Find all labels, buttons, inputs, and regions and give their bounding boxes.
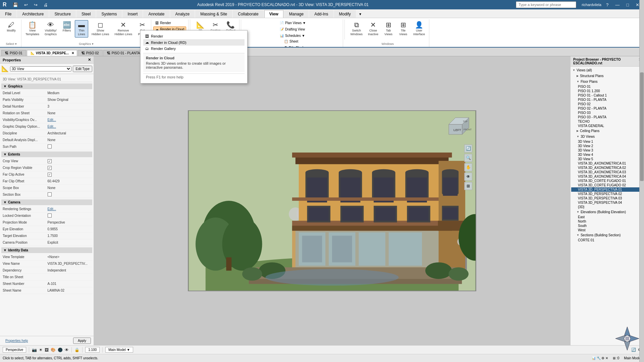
- workset-btn[interactable]: Main Model ▼: [105, 347, 133, 353]
- crop-view-checkbox[interactable]: [48, 159, 52, 163]
- vis-graphics-edit-btn[interactable]: Edit...: [46, 118, 91, 122]
- zoom-btn[interactable]: 🔍: [464, 154, 472, 162]
- bt-sun-icon[interactable]: ☀: [39, 348, 43, 352]
- view-cube[interactable]: LEFT TOP FRONT: [445, 114, 472, 141]
- pb-piso02[interactable]: PISO 02: [571, 102, 643, 106]
- pb-axo03[interactable]: VISTA 3D_AXONOMETRICA 03: [571, 170, 643, 174]
- pb-3d-views[interactable]: ▼ 3D Views: [571, 134, 643, 139]
- perspective-btn[interactable]: Perspective: [3, 347, 26, 353]
- ribbon-expand-btn[interactable]: ▾: [358, 10, 363, 18]
- pb-east[interactable]: East: [571, 215, 643, 219]
- pb-vista-general[interactable]: VISTA GENERAL: [571, 124, 643, 128]
- schedules-btn[interactable]: 📊 Schedules ▼: [278, 33, 308, 39]
- view-templates-btn[interactable]: 📋 ViewTemplates: [23, 20, 41, 38]
- section-box-checkbox[interactable]: [48, 192, 52, 196]
- view-tab-piso02[interactable]: 🏗 PISO 02: [78, 50, 103, 56]
- search-input[interactable]: [516, 1, 576, 8]
- tab-insert[interactable]: Insert: [122, 10, 143, 18]
- zoom-fit-btn[interactable]: ⊞: [464, 182, 472, 190]
- pb-3dview1[interactable]: 3D View 1: [571, 139, 643, 144]
- camera-section[interactable]: ▼ Camera: [1, 199, 92, 205]
- look-btn[interactable]: 👁: [464, 173, 472, 181]
- remove-hidden-lines-btn[interactable]: ✕ RemoveHidden Lines: [113, 20, 135, 38]
- view-tab-vista3d[interactable]: 📐 VISTA 3D_PERSPE... ✕: [27, 50, 77, 56]
- tab-annotate[interactable]: Annotate: [143, 10, 169, 18]
- bt-visual-icon[interactable]: 🎨: [51, 348, 56, 352]
- pb-scrollbar[interactable]: [639, 56, 644, 345]
- pb-piso01-1200[interactable]: PISO 01 1.200: [571, 89, 643, 93]
- tab-analyze[interactable]: Analyze: [170, 10, 195, 18]
- close-inactive-btn[interactable]: ✕ CloseInactive: [366, 20, 380, 38]
- pb-structural-plans[interactable]: ▶ Structural Plans: [571, 73, 643, 79]
- 3d-viewport[interactable]: LEFT TOP FRONT 🔄 🔍 ✋ 👁 ⊞: [188, 110, 476, 291]
- pb-piso03[interactable]: PISO 03: [571, 111, 643, 115]
- tab-steel[interactable]: Steel: [76, 10, 96, 18]
- dropdown-render-cloud[interactable]: ☁ Render in Cloud (RD): [143, 39, 245, 46]
- filters-btn[interactable]: 🔤 Filters: [60, 20, 73, 34]
- tab-file[interactable]: File: [0, 10, 16, 18]
- tab-views-btn[interactable]: ⊞ TabViews: [382, 20, 395, 38]
- view-tab-piso01[interactable]: 🏗 PISO 01: [1, 50, 26, 56]
- drafting-view-btn[interactable]: 📝 Drafting View: [278, 26, 308, 32]
- properties-apply-btn[interactable]: Apply: [73, 338, 91, 344]
- pb-content[interactable]: ▼ Views (all) ▶ Structural Plans ▼ Floor: [571, 67, 644, 345]
- pb-perspectiva01[interactable]: VISTA 3D_PERSPECTIVA 01: [571, 187, 643, 192]
- graphics-section[interactable]: ▼ Graphics: [1, 83, 92, 89]
- minimize-btn[interactable]: —: [613, 2, 622, 8]
- pb-piso01[interactable]: PISO 01: [571, 84, 643, 89]
- pb-piso02-planta[interactable]: PISO 02 - PLANTA: [571, 106, 643, 111]
- canvas-area[interactable]: LEFT TOP FRONT 🔄 🔍 ✋ 👁 ⊞: [94, 56, 570, 345]
- locked-orient-checkbox[interactable]: [48, 214, 52, 218]
- user-interface-btn[interactable]: 👤 UserInterface: [411, 20, 427, 38]
- switch-windows-btn[interactable]: ⧉ SwitchWindows: [348, 20, 365, 38]
- sheet-btn[interactable]: 📋 Sheet: [282, 39, 306, 44]
- tab-architecture[interactable]: Architecture: [17, 10, 49, 18]
- pb-techo[interactable]: TECHO: [571, 119, 643, 124]
- pb-corte01[interactable]: CORTE 01: [571, 238, 643, 242]
- pb-sections[interactable]: ▼ Sections (Building Section): [571, 232, 643, 238]
- pb-ceiling-plans[interactable]: ▶ Ceiling Plans: [571, 128, 643, 134]
- scale-btn[interactable]: 1:100: [85, 347, 100, 353]
- thin-lines-btn[interactable]: ▬ ThinLines: [75, 20, 88, 38]
- pb-floor-plans[interactable]: ▼ Floor Plans: [571, 79, 643, 84]
- pb-axo01[interactable]: VISTA 3D_AXONOMETRICA 01: [571, 161, 643, 166]
- visibility-graphics-btn[interactable]: 👁 Visibility/Graphics: [43, 20, 59, 38]
- help-btn[interactable]: ?: [604, 2, 610, 8]
- tab-structure[interactable]: Structure: [49, 10, 76, 18]
- pb-3dview3[interactable]: 3D View 3: [571, 148, 643, 153]
- pb-perspectiva04[interactable]: VISTA 3D_PERSPECTIVA 04: [571, 200, 643, 205]
- dropdown-render[interactable]: 🖼 Render: [143, 33, 245, 39]
- extents-section[interactable]: ▼ Extents: [1, 152, 92, 157]
- bt-show-hide-icon[interactable]: 👁: [65, 348, 69, 352]
- tab-modify[interactable]: Modify: [334, 10, 356, 18]
- properties-help-link[interactable]: Properties help: [3, 338, 31, 344]
- pb-corte-fug01[interactable]: VISTA 3D_CORTE FUGADO 01: [571, 179, 643, 183]
- crop-region-checkbox[interactable]: [48, 166, 52, 170]
- dropdown-render-gallery[interactable]: 🗂 Render Gallery: [143, 46, 245, 52]
- view-tab-close-btn[interactable]: ✕: [71, 51, 74, 55]
- modify-btn[interactable]: 🖊 Modify: [5, 20, 18, 34]
- tab-addins[interactable]: Add-Ins: [309, 10, 333, 18]
- view-tab-piso01planta[interactable]: 🏗 PISO 01 - PLANTA: [103, 50, 144, 56]
- pb-piso03-planta[interactable]: PISO 03 - PLANTA: [571, 115, 643, 119]
- pb-piso01-callout[interactable]: PISO 01 - Callout 1: [571, 93, 643, 98]
- far-clip-checkbox[interactable]: [48, 173, 52, 177]
- pan-btn[interactable]: ✋: [464, 163, 472, 171]
- render-btn[interactable]: 🖼 Render: [153, 20, 186, 26]
- tab-view[interactable]: View: [264, 10, 283, 18]
- rendering-settings-btn[interactable]: Edit...: [46, 207, 91, 211]
- pb-axo04[interactable]: VISTA 3D_AXONOMETRICA 04: [571, 174, 643, 179]
- pb-north[interactable]: North: [571, 219, 643, 224]
- show-hidden-lines-btn[interactable]: ◻ ShowHidden Lines: [90, 20, 111, 38]
- tab-collaborate[interactable]: Collaborate: [233, 10, 263, 18]
- properties-close-btn[interactable]: ✕: [88, 58, 91, 62]
- save-btn[interactable]: 💾: [11, 2, 20, 8]
- title-block-btn[interactable]: 🗒 Title Block: [282, 45, 306, 48]
- pb-3dview4[interactable]: 3D View 4: [571, 153, 643, 157]
- tab-manage[interactable]: Manage: [284, 10, 309, 18]
- tile-views-btn[interactable]: ⊞ TileViews: [396, 20, 410, 38]
- pb-3d-default[interactable]: {3D}: [571, 205, 643, 209]
- tab-systems[interactable]: Systems: [96, 10, 122, 18]
- type-selector[interactable]: 3D View: [10, 66, 71, 71]
- identity-section[interactable]: ▼ Identity Data: [1, 247, 92, 253]
